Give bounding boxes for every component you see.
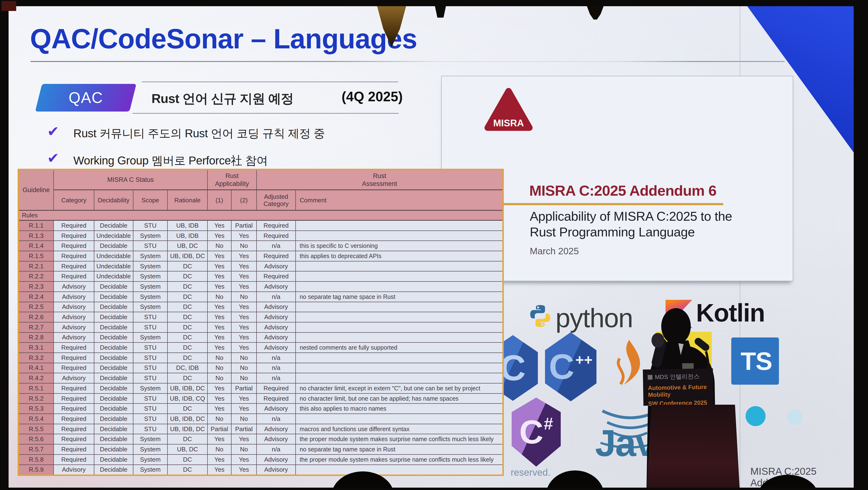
table-cell: Advisory — [257, 434, 296, 444]
table-cell: Decidable — [94, 434, 133, 444]
misra-logo: MISRA — [484, 86, 534, 134]
table-cell: Required — [54, 231, 94, 241]
guideline-cell: R.5.1 — [19, 383, 54, 393]
table-cell: Decidable — [94, 333, 133, 343]
table-cell: STU — [133, 353, 168, 363]
table-cell: System — [133, 261, 168, 271]
guideline-cell: R.4.1 — [19, 363, 54, 373]
mds-logo — [648, 375, 652, 379]
table-cell: no separate tag name space in Rust — [296, 292, 502, 302]
podium-brand: MDS 인텔리전스 — [648, 372, 713, 381]
table-cell: Required — [54, 221, 94, 230]
misra-doc-subtitle-line: Rust Programming Language — [530, 225, 695, 239]
table-cell: Required — [54, 261, 94, 271]
table-cell: Yes — [231, 312, 257, 322]
table-cell: STU — [133, 373, 168, 383]
table-row: R.4.1RequiredDecidableSTUDC, IDBNoNon/a — [19, 363, 502, 373]
table-cell: No — [208, 373, 231, 383]
table-cell: DC — [168, 455, 208, 464]
table-cell — [296, 282, 502, 291]
table-cell: Partial — [231, 221, 257, 230]
table-cell: No — [208, 353, 231, 363]
guideline-cell: R.5.6 — [19, 434, 54, 444]
table-cell: No — [231, 444, 257, 454]
table-cell: System — [133, 251, 168, 261]
table-subheader-adjusted-category: Adjusted Category — [257, 190, 296, 210]
table-cell: STU — [133, 312, 168, 322]
table-row: R.2.1RequiredUndecidableSystemDCYesYesAd… — [19, 261, 502, 272]
table-cell: DC — [168, 373, 208, 383]
qac-badge: QAC — [35, 84, 136, 112]
table-cell: no character limit, except in extern "C"… — [296, 383, 502, 393]
table-subheader-1: (1) — [208, 190, 231, 210]
table-cell: DC — [168, 282, 208, 291]
table-cell: No — [231, 241, 257, 251]
table-cell: n/a — [257, 241, 296, 251]
table-cell: STU — [133, 404, 168, 413]
qac-badge-label: QAC — [69, 89, 103, 107]
guideline-cell: R.1.1 — [19, 221, 54, 230]
table-cell — [296, 312, 502, 322]
table-cell: this also applies to macro names — [296, 404, 502, 413]
table-group-rust-assessment: Rust Assessment — [257, 170, 502, 190]
table-cell: Required — [257, 221, 296, 230]
table-cell: Decidable — [94, 455, 133, 464]
table-cell: STU — [133, 322, 168, 332]
table-cell: Yes — [208, 251, 231, 261]
table-cell: Decidable — [94, 343, 133, 352]
table-cell: System — [133, 383, 168, 393]
table-cell: Advisory — [257, 261, 296, 271]
table-cell: Undecidable — [94, 251, 133, 261]
table-cell: Yes — [208, 455, 231, 464]
guideline-cell: R.2.1 — [19, 261, 54, 271]
table-cell: Yes — [208, 261, 231, 271]
table-cell: Advisory — [54, 465, 94, 475]
table-cell: No — [208, 292, 231, 302]
table-header: Guideline MISRA C Status Rust Applicabil… — [19, 170, 502, 211]
python-icon — [528, 299, 552, 333]
table-cell: STU — [133, 241, 168, 251]
table-cell: Required — [54, 404, 94, 413]
guideline-cell: R.5.7 — [19, 444, 54, 454]
table-row: R.1.5RequiredUndecidableSystemUB, IDB, D… — [19, 251, 502, 261]
misra-rust-table: Guideline MISRA C Status Rust Applicabil… — [18, 169, 504, 476]
guideline-cell: R.2.7 — [19, 322, 54, 332]
table-cell — [296, 353, 502, 363]
table-cell: Yes — [208, 383, 231, 393]
table-cell: Decidable — [94, 444, 133, 454]
table-cell: Decidable — [94, 363, 133, 373]
misra-doc-title: MISRA C:2025 Addendum 6 — [529, 182, 716, 199]
table-cell: Yes — [231, 322, 257, 332]
table-cell: Advisory — [257, 282, 296, 291]
podium-sign: MDS 인텔리전스 Automotive & Future Mobility S… — [643, 368, 714, 406]
table-cell: Decidable — [94, 282, 133, 291]
check-icon: ✔ — [47, 150, 59, 166]
table-cell: Yes — [231, 333, 257, 343]
table-cell: Advisory — [257, 465, 296, 475]
table-cell: DC — [168, 404, 208, 413]
table-group-rust-applicability: Rust Applicability — [208, 170, 257, 190]
table-cell: Required — [54, 251, 94, 261]
table-cell: Decidable — [94, 383, 133, 393]
table-subheader-2: (2) — [231, 190, 257, 210]
guideline-cell: R.5.4 — [19, 414, 54, 424]
table-cell: Advisory — [54, 302, 94, 312]
guideline-cell: R.5.2 — [19, 394, 54, 403]
table-cell: Advisory — [257, 404, 296, 413]
table-row: R.2.5AdvisoryDecidableSystemDCYesYesAdvi… — [19, 302, 502, 312]
table-cell: No — [231, 414, 257, 424]
table-cell: System — [133, 455, 168, 464]
table-cell: the proper module system makes surprise … — [296, 455, 502, 464]
table-cell: No — [208, 444, 231, 454]
table-cell: Decidable — [94, 414, 133, 424]
table-cell: DC, IDB — [168, 363, 208, 373]
table-cell: Decidable — [94, 241, 133, 251]
csharp-icon: C # — [512, 398, 561, 467]
table-cell: DC — [168, 302, 208, 312]
guideline-cell: R.3.1 — [19, 343, 54, 352]
table-row: R.3.2RequiredDecidableSTUDCNoNon/a — [19, 353, 502, 363]
table-cell: UB, IDB, DC — [168, 251, 208, 261]
table-cell: No — [231, 363, 257, 373]
table-cell: DC — [168, 322, 208, 332]
table-cell — [296, 231, 502, 241]
